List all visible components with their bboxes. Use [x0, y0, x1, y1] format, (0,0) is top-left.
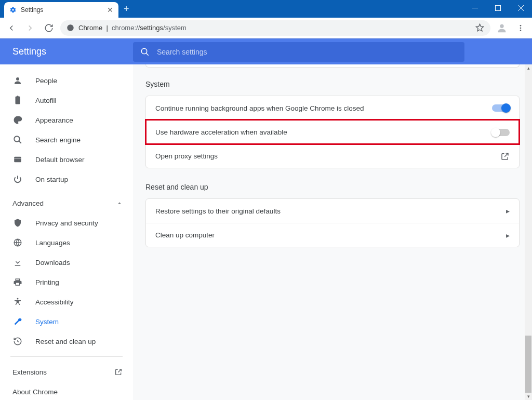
- scroll-thumb[interactable]: [525, 336, 531, 393]
- row-hardware-acceleration[interactable]: Use hardware acceleration when available: [146, 120, 519, 144]
- sidebar-item-privacy[interactable]: Privacy and security: [0, 213, 133, 233]
- search-input[interactable]: [157, 48, 457, 56]
- search-icon: [12, 135, 23, 145]
- window-titlebar: Settings ✕ +: [0, 0, 532, 18]
- row-label: Use hardware acceleration when available: [155, 128, 287, 136]
- chevron-right-icon: ▸: [506, 207, 510, 215]
- sidebar-item-reset[interactable]: Reset and clean up: [0, 331, 133, 351]
- search-settings-box[interactable]: [133, 42, 464, 62]
- external-link-icon: [500, 152, 510, 161]
- toggle-background-apps[interactable]: [492, 104, 510, 112]
- external-link-icon: [114, 368, 123, 376]
- svg-point-6: [520, 25, 522, 26]
- svg-point-7: [520, 27, 522, 29]
- row-label: Continue running background apps when Go…: [155, 104, 364, 112]
- search-icon: [140, 47, 150, 57]
- forward-button[interactable]: [23, 21, 37, 35]
- svg-line-13: [19, 141, 21, 143]
- sidebar-item-people[interactable]: People: [0, 71, 133, 90]
- download-icon: [12, 257, 23, 268]
- row-restore-defaults[interactable]: Restore settings to their original defau…: [146, 199, 519, 223]
- sidebar-item-printing[interactable]: Printing: [0, 272, 133, 292]
- scroll-down-icon[interactable]: ▾: [525, 393, 532, 400]
- svg-point-8: [520, 30, 522, 31]
- svg-line-10: [146, 53, 149, 56]
- reset-section-title: Reset and clean up: [145, 183, 520, 191]
- settings-page: System Continue running background apps …: [133, 64, 532, 400]
- svg-point-17: [17, 298, 19, 300]
- sidebar-divider: [10, 356, 123, 357]
- sidebar-item-appearance[interactable]: Appearance: [0, 110, 133, 130]
- previous-section-stub: [145, 64, 520, 68]
- page-title: Settings: [0, 46, 133, 57]
- scroll-up-icon[interactable]: ▴: [525, 64, 532, 72]
- power-icon: [12, 174, 23, 184]
- reload-button[interactable]: [42, 21, 56, 35]
- browser-toolbar: Chrome | chrome://settings/system: [0, 18, 532, 38]
- row-proxy-settings[interactable]: Open proxy settings: [146, 144, 519, 168]
- sidebar-item-search-engine[interactable]: Search engine: [0, 130, 133, 150]
- row-background-apps[interactable]: Continue running background apps when Go…: [146, 96, 519, 120]
- sidebar-item-on-startup[interactable]: On startup: [0, 169, 133, 189]
- palette-icon: [12, 115, 23, 125]
- settings-gear-icon: [9, 6, 17, 14]
- sidebar-item-downloads[interactable]: Downloads: [0, 252, 133, 272]
- sidebar-item-default-browser[interactable]: Default browser: [0, 150, 133, 169]
- address-bar[interactable]: Chrome | chrome://settings/system: [60, 20, 490, 36]
- sidebar-item-languages[interactable]: Languages: [0, 233, 133, 252]
- svg-rect-1: [495, 5, 500, 10]
- sidebar-advanced-toggle[interactable]: Advanced: [0, 193, 133, 213]
- window-controls: [463, 0, 532, 16]
- system-section-title: System: [145, 80, 520, 88]
- system-card: Continue running background apps when Go…: [145, 96, 520, 168]
- star-icon[interactable]: [475, 23, 484, 32]
- svg-point-4: [67, 24, 74, 31]
- svg-point-12: [14, 136, 20, 142]
- restore-icon: [12, 336, 23, 346]
- scrollbar[interactable]: ▴ ▾: [525, 64, 532, 400]
- person-icon: [12, 75, 23, 86]
- row-label: Clean up computer: [155, 231, 215, 239]
- sidebar-item-autofill[interactable]: Autofill: [0, 90, 133, 110]
- svg-point-9: [141, 48, 147, 54]
- chevron-up-icon: [116, 200, 123, 206]
- sidebar-item-system[interactable]: System: [0, 312, 133, 331]
- settings-header: Settings: [0, 38, 532, 64]
- new-tab-button[interactable]: +: [124, 4, 129, 15]
- row-label: Open proxy settings: [155, 152, 218, 160]
- tab-title: Settings: [21, 6, 103, 14]
- browser-icon: [12, 154, 23, 165]
- toggle-hardware-acceleration[interactable]: [492, 129, 510, 136]
- printer-icon: [12, 277, 23, 287]
- tab-close-icon[interactable]: ✕: [107, 6, 113, 14]
- svg-point-11: [16, 77, 19, 81]
- window-minimize-button[interactable]: [463, 0, 486, 16]
- chrome-icon: [66, 24, 74, 32]
- svg-rect-14: [14, 157, 21, 163]
- chevron-right-icon: ▸: [506, 231, 510, 239]
- row-label: Restore settings to their original defau…: [155, 207, 281, 215]
- url-text: Chrome | chrome://settings/system: [78, 24, 187, 32]
- svg-point-5: [500, 24, 503, 28]
- back-button[interactable]: [4, 21, 19, 35]
- accessibility-icon: [12, 297, 23, 307]
- reset-card: Restore settings to their original defau…: [145, 198, 520, 247]
- sidebar-about-link[interactable]: About Chrome: [0, 382, 133, 400]
- menu-button[interactable]: [513, 21, 528, 35]
- profile-avatar[interactable]: [495, 21, 509, 35]
- row-cleanup-computer[interactable]: Clean up computer ▸: [146, 223, 519, 247]
- window-close-button[interactable]: [509, 0, 532, 16]
- shield-icon: [12, 218, 23, 228]
- sidebar-extensions-link[interactable]: Extensions: [0, 362, 133, 382]
- settings-sidebar: People Autofill Appearance Search engine…: [0, 64, 133, 400]
- sidebar-item-accessibility[interactable]: Accessibility: [0, 292, 133, 312]
- clipboard-icon: [12, 95, 23, 105]
- wrench-icon: [12, 316, 23, 327]
- window-maximize-button[interactable]: [486, 0, 509, 16]
- globe-icon: [12, 237, 23, 248]
- app-content: Settings People Autofill Appearance Sear…: [0, 38, 532, 400]
- browser-tab[interactable]: Settings ✕: [4, 2, 118, 18]
